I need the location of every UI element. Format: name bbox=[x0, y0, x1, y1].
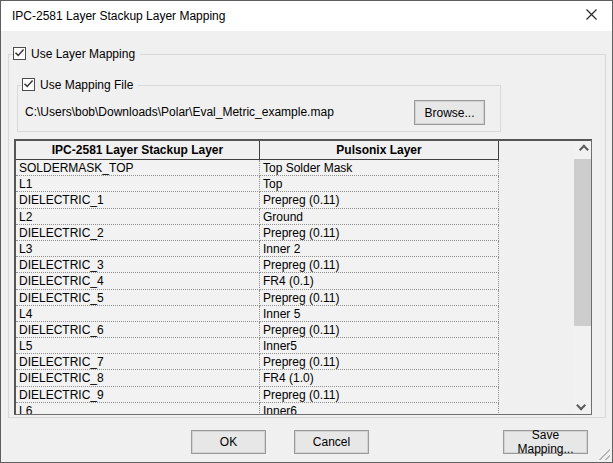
header-pulsonix-layer: Pulsonix Layer bbox=[260, 141, 499, 160]
titlebar[interactable]: IPC-2581 Layer Stackup Layer Mapping bbox=[1, 1, 612, 31]
vertical-scrollbar[interactable] bbox=[574, 141, 591, 414]
table-row[interactable]: DIELECTRIC_5Prepreg (0.11) bbox=[16, 290, 574, 306]
scrollbar-thumb[interactable] bbox=[574, 159, 591, 326]
table-row[interactable]: L1Top bbox=[16, 176, 574, 192]
cell-ipc-layer[interactable]: DIELECTRIC_9 bbox=[16, 387, 260, 403]
row-filler bbox=[499, 306, 574, 322]
cell-ipc-layer[interactable]: L6 bbox=[16, 403, 260, 414]
scroll-down-button[interactable] bbox=[574, 397, 591, 414]
cell-ipc-layer[interactable]: DIELECTRIC_4 bbox=[16, 273, 260, 289]
row-filler bbox=[499, 176, 574, 192]
close-icon bbox=[586, 8, 597, 23]
cell-ipc-layer[interactable]: DIELECTRIC_1 bbox=[16, 192, 260, 208]
row-filler bbox=[499, 338, 574, 354]
row-filler bbox=[499, 209, 574, 225]
table-row[interactable]: L3Inner 2 bbox=[16, 241, 574, 257]
use-layer-mapping-checkbox[interactable] bbox=[13, 47, 26, 60]
checkmark-icon bbox=[23, 78, 34, 92]
cell-pulsonix-layer[interactable]: Inner6 bbox=[260, 403, 499, 414]
row-filler bbox=[499, 241, 574, 257]
cell-ipc-layer[interactable]: L1 bbox=[16, 176, 260, 192]
cell-pulsonix-layer[interactable]: Prepreg (0.11) bbox=[260, 354, 499, 370]
cell-ipc-layer[interactable]: DIELECTRIC_8 bbox=[16, 370, 260, 386]
checkmark-icon bbox=[14, 47, 25, 61]
cell-ipc-layer[interactable]: DIELECTRIC_5 bbox=[16, 290, 260, 306]
table-body: SOLDERMASK_TOPTop Solder MaskL1TopDIELEC… bbox=[16, 160, 574, 414]
cell-ipc-layer[interactable]: L5 bbox=[16, 338, 260, 354]
table-row[interactable]: DIELECTRIC_2Prepreg (0.11) bbox=[16, 225, 574, 241]
use-layer-mapping-checkbox-row[interactable]: Use Layer Mapping bbox=[13, 46, 140, 61]
cell-pulsonix-layer[interactable]: Top Solder Mask bbox=[260, 160, 499, 176]
cell-pulsonix-layer[interactable]: FR4 (1.0) bbox=[260, 370, 499, 386]
save-mapping-button[interactable]: Save Mapping... bbox=[503, 430, 588, 454]
cell-ipc-layer[interactable]: L3 bbox=[16, 241, 260, 257]
use-mapping-file-checkbox[interactable] bbox=[22, 78, 35, 91]
table-row[interactable]: DIELECTRIC_1Prepreg (0.11) bbox=[16, 192, 574, 208]
row-filler bbox=[499, 225, 574, 241]
table-row[interactable]: DIELECTRIC_4FR4 (0.1) bbox=[16, 273, 574, 289]
ok-button[interactable]: OK bbox=[191, 430, 266, 454]
row-filler bbox=[499, 160, 574, 176]
cell-pulsonix-layer[interactable]: Top bbox=[260, 176, 499, 192]
table-row[interactable]: DIELECTRIC_9Prepreg (0.11) bbox=[16, 387, 574, 403]
resize-grip-icon[interactable] bbox=[596, 446, 610, 460]
header-ipc-layer: IPC-2581 Layer Stackup Layer bbox=[16, 141, 260, 160]
table-row[interactable]: DIELECTRIC_3Prepreg (0.11) bbox=[16, 257, 574, 273]
cell-pulsonix-layer[interactable]: Prepreg (0.11) bbox=[260, 290, 499, 306]
cell-ipc-layer[interactable]: L2 bbox=[16, 209, 260, 225]
cell-pulsonix-layer[interactable]: Prepreg (0.11) bbox=[260, 322, 499, 338]
table-row[interactable]: DIELECTRIC_8FR4 (1.0) bbox=[16, 370, 574, 386]
cell-pulsonix-layer[interactable]: Prepreg (0.11) bbox=[260, 257, 499, 273]
cell-pulsonix-layer[interactable]: Ground bbox=[260, 209, 499, 225]
row-filler bbox=[499, 387, 574, 403]
cell-ipc-layer[interactable]: DIELECTRIC_7 bbox=[16, 354, 260, 370]
layer-mapping-table: IPC-2581 Layer Stackup Layer Pulsonix La… bbox=[14, 139, 592, 415]
chevron-down-icon bbox=[576, 401, 586, 411]
cell-ipc-layer[interactable]: SOLDERMASK_TOP bbox=[16, 160, 260, 176]
cell-ipc-layer[interactable]: L4 bbox=[16, 306, 260, 322]
table-row[interactable]: DIELECTRIC_7Prepreg (0.11) bbox=[16, 354, 574, 370]
cell-pulsonix-layer[interactable]: Inner 5 bbox=[260, 306, 499, 322]
browse-button[interactable]: Browse... bbox=[414, 100, 485, 125]
cell-pulsonix-layer[interactable]: Prepreg (0.11) bbox=[260, 192, 499, 208]
row-filler bbox=[499, 257, 574, 273]
cell-pulsonix-layer[interactable]: Prepreg (0.11) bbox=[260, 225, 499, 241]
row-filler bbox=[499, 273, 574, 289]
cell-pulsonix-layer[interactable]: FR4 (0.1) bbox=[260, 273, 499, 289]
row-filler bbox=[499, 403, 574, 414]
close-button[interactable] bbox=[570, 1, 612, 30]
chevron-up-icon bbox=[579, 145, 589, 155]
table-row[interactable]: L4Inner 5 bbox=[16, 306, 574, 322]
table-row[interactable]: L2Ground bbox=[16, 209, 574, 225]
cell-pulsonix-layer[interactable]: Inner5 bbox=[260, 338, 499, 354]
table-header: IPC-2581 Layer Stackup Layer Pulsonix La… bbox=[16, 141, 574, 160]
cancel-button[interactable]: Cancel bbox=[294, 430, 369, 454]
use-layer-mapping-label: Use Layer Mapping bbox=[31, 47, 135, 61]
table-row[interactable]: DIELECTRIC_6Prepreg (0.11) bbox=[16, 322, 574, 338]
row-filler bbox=[499, 354, 574, 370]
table-row[interactable]: L5Inner5 bbox=[16, 338, 574, 354]
header-filler bbox=[499, 141, 574, 160]
cell-pulsonix-layer[interactable]: Prepreg (0.11) bbox=[260, 387, 499, 403]
row-filler bbox=[499, 370, 574, 386]
use-mapping-file-label: Use Mapping File bbox=[40, 78, 133, 92]
row-filler bbox=[499, 290, 574, 306]
cell-ipc-layer[interactable]: DIELECTRIC_6 bbox=[16, 322, 260, 338]
cell-ipc-layer[interactable]: DIELECTRIC_2 bbox=[16, 225, 260, 241]
use-mapping-file-checkbox-row[interactable]: Use Mapping File bbox=[22, 77, 138, 92]
table-row[interactable]: SOLDERMASK_TOPTop Solder Mask bbox=[16, 160, 574, 176]
table-row[interactable]: L6Inner6 bbox=[16, 403, 574, 414]
dialog-window: IPC-2581 Layer Stackup Layer Mapping Use… bbox=[0, 0, 613, 463]
scroll-up-button[interactable] bbox=[574, 141, 591, 158]
mapping-file-path: C:\Users\bob\Downloads\Polar\Eval_Metric… bbox=[25, 105, 334, 119]
row-filler bbox=[499, 192, 574, 208]
cell-ipc-layer[interactable]: DIELECTRIC_3 bbox=[16, 257, 260, 273]
window-title: IPC-2581 Layer Stackup Layer Mapping bbox=[12, 9, 225, 23]
cell-pulsonix-layer[interactable]: Inner 2 bbox=[260, 241, 499, 257]
row-filler bbox=[499, 322, 574, 338]
